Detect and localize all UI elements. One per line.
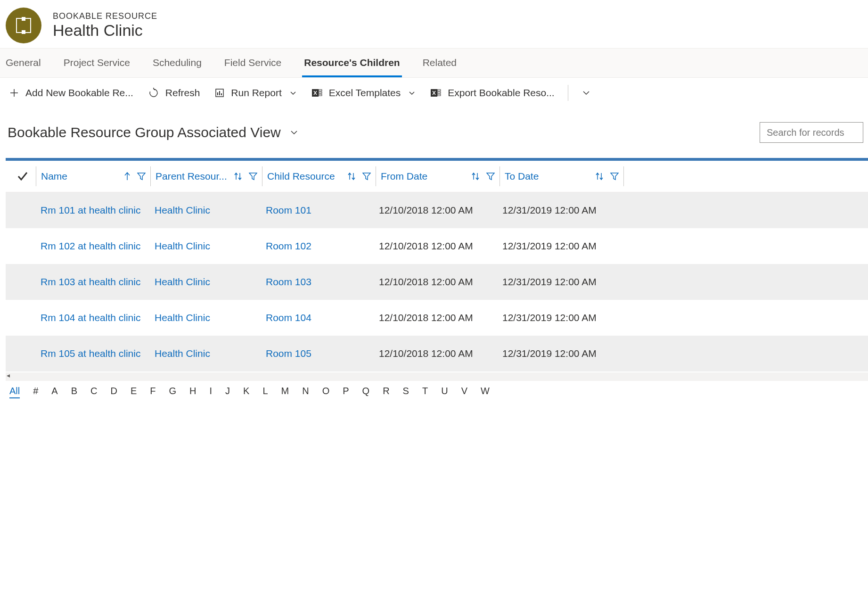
alpha-o[interactable]: O xyxy=(322,386,330,398)
alpha-c[interactable]: C xyxy=(90,386,97,398)
cell-parent[interactable]: Health Clinic xyxy=(150,348,261,359)
table-row[interactable]: Rm 101 at health clinicHealth ClinicRoom… xyxy=(6,192,868,228)
cell-parent[interactable]: Health Clinic xyxy=(150,276,261,288)
svg-rect-10 xyxy=(437,92,441,93)
tab-general[interactable]: General xyxy=(4,49,43,77)
alpha-e[interactable]: E xyxy=(131,386,137,398)
cell-name[interactable]: Rm 103 at health clinic xyxy=(36,276,150,288)
filter-icon[interactable] xyxy=(486,172,495,181)
more-commands-button[interactable] xyxy=(577,85,596,100)
column-header-parent[interactable]: Parent Resour... xyxy=(151,161,262,192)
column-label: From Date xyxy=(381,171,468,182)
alpha-h[interactable]: H xyxy=(189,386,196,398)
horizontal-scrollbar[interactable] xyxy=(6,372,868,381)
cell-from: 12/10/2018 12:00 AM xyxy=(374,348,498,359)
alpha-#[interactable]: # xyxy=(33,386,38,398)
alpha-d[interactable]: D xyxy=(111,386,117,398)
cell-to: 12/31/2019 12:00 AM xyxy=(498,276,621,288)
sort-icon xyxy=(595,172,604,181)
cell-child[interactable]: Room 105 xyxy=(261,348,374,359)
refresh-button[interactable]: Refresh xyxy=(144,84,205,101)
cell-name[interactable]: Rm 105 at health clinic xyxy=(36,348,150,359)
search-input[interactable] xyxy=(760,122,863,143)
cell-child[interactable]: Room 103 xyxy=(261,276,374,288)
column-label: Child Resource xyxy=(267,171,344,182)
tab-scheduling[interactable]: Scheduling xyxy=(151,49,204,77)
table-row[interactable]: Rm 103 at health clinicHealth ClinicRoom… xyxy=(6,264,868,300)
alpha-r[interactable]: R xyxy=(383,386,389,398)
alpha-w[interactable]: W xyxy=(481,386,490,398)
alpha-all[interactable]: All xyxy=(9,386,20,398)
export-label: Export Bookable Reso... xyxy=(448,87,554,99)
alpha-s[interactable]: S xyxy=(403,386,409,398)
cell-from: 12/10/2018 12:00 AM xyxy=(374,312,498,323)
cell-name[interactable]: Rm 104 at health clinic xyxy=(36,312,150,323)
select-all-checkbox[interactable] xyxy=(6,161,36,192)
column-label: To Date xyxy=(505,171,592,182)
column-header-name[interactable]: Name xyxy=(36,161,150,192)
filter-icon[interactable] xyxy=(249,172,257,181)
alpha-j[interactable]: J xyxy=(225,386,230,398)
alpha-jump-bar: All#ABCDEFGHIJKLMNOPQRSTUVW xyxy=(0,381,868,398)
alpha-t[interactable]: T xyxy=(422,386,428,398)
cell-parent[interactable]: Health Clinic xyxy=(150,240,261,252)
column-label: Parent Resour... xyxy=(156,171,231,182)
column-header-to[interactable]: To Date xyxy=(500,161,623,192)
svg-rect-2 xyxy=(219,91,220,95)
view-selector[interactable]: Bookable Resource Group Associated View xyxy=(8,124,299,140)
add-new-button[interactable]: Add New Bookable Re... xyxy=(5,84,138,101)
refresh-icon xyxy=(148,88,159,98)
alpha-l[interactable]: L xyxy=(262,386,268,398)
entity-icon xyxy=(6,8,41,43)
grid-header-row: Name Parent Resour... Child Resource Fro… xyxy=(6,161,868,192)
column-header-from[interactable]: From Date xyxy=(376,161,500,192)
filter-icon[interactable] xyxy=(610,172,619,181)
table-row[interactable]: Rm 102 at health clinicHealth ClinicRoom… xyxy=(6,228,868,264)
alpha-g[interactable]: G xyxy=(169,386,177,398)
table-row[interactable]: Rm 104 at health clinicHealth ClinicRoom… xyxy=(6,300,868,336)
view-header: Bookable Resource Group Associated View xyxy=(0,108,868,152)
filter-icon[interactable] xyxy=(137,172,146,181)
data-grid: Name Parent Resour... Child Resource Fro… xyxy=(6,158,868,381)
alpha-u[interactable]: U xyxy=(441,386,448,398)
toolbar-separator xyxy=(568,85,568,101)
table-row[interactable]: Rm 105 at health clinicHealth ClinicRoom… xyxy=(6,336,868,372)
cell-name[interactable]: Rm 102 at health clinic xyxy=(36,240,150,252)
alpha-m[interactable]: M xyxy=(281,386,289,398)
command-bar: Add New Bookable Re... Refresh Run Repor… xyxy=(0,78,868,108)
cell-child[interactable]: Room 102 xyxy=(261,240,374,252)
alpha-b[interactable]: B xyxy=(71,386,77,398)
excel-templates-button[interactable]: Excel Templates xyxy=(307,84,421,101)
alpha-q[interactable]: Q xyxy=(362,386,370,398)
cell-to: 12/31/2019 12:00 AM xyxy=(498,312,621,323)
svg-rect-5 xyxy=(319,90,322,91)
cell-from: 12/10/2018 12:00 AM xyxy=(374,240,498,252)
cell-child[interactable]: Room 104 xyxy=(261,312,374,323)
entity-type-label: BOOKABLE RESOURCE xyxy=(53,11,157,21)
alpha-n[interactable]: N xyxy=(302,386,309,398)
alpha-i[interactable]: I xyxy=(210,386,213,398)
add-new-label: Add New Bookable Re... xyxy=(25,87,133,99)
cell-name[interactable]: Rm 101 at health clinic xyxy=(36,205,150,216)
filter-icon[interactable] xyxy=(362,172,371,181)
cell-to: 12/31/2019 12:00 AM xyxy=(498,240,621,252)
run-report-button[interactable]: Run Report xyxy=(210,84,301,101)
chevron-down-icon xyxy=(289,89,297,97)
column-header-child[interactable]: Child Resource xyxy=(262,161,376,192)
cell-parent[interactable]: Health Clinic xyxy=(150,312,261,323)
cell-child[interactable]: Room 101 xyxy=(261,205,374,216)
chevron-down-icon xyxy=(408,89,416,97)
alpha-p[interactable]: P xyxy=(343,386,349,398)
alpha-f[interactable]: F xyxy=(150,386,156,398)
tab-related[interactable]: Related xyxy=(421,49,459,77)
alpha-v[interactable]: V xyxy=(461,386,467,398)
export-button[interactable]: Export Bookable Reso... xyxy=(426,84,559,101)
report-icon xyxy=(215,88,224,98)
tab-resources-children[interactable]: Resource's Children xyxy=(302,49,401,77)
tab-project-service[interactable]: Project Service xyxy=(62,49,132,77)
cell-parent[interactable]: Health Clinic xyxy=(150,205,261,216)
svg-rect-1 xyxy=(217,92,218,95)
alpha-a[interactable]: A xyxy=(51,386,57,398)
tab-field-service[interactable]: Field Service xyxy=(222,49,283,77)
alpha-k[interactable]: K xyxy=(243,386,249,398)
